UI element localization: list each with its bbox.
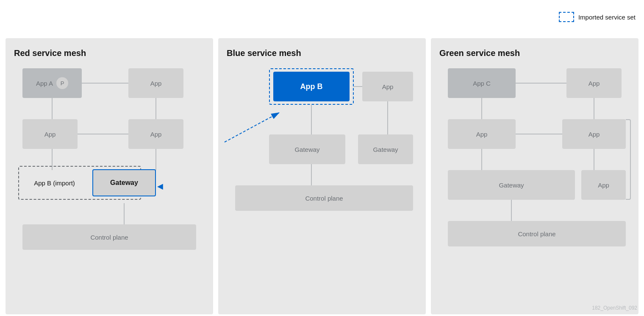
green-gateway: Gateway (448, 170, 575, 200)
red-app-top-right: App (128, 68, 183, 98)
red-app-mid-right: App (128, 119, 183, 149)
green-app-c-label: App C (473, 80, 491, 87)
legend-label: Imported service set (578, 14, 636, 21)
green-app-top-right-label: App (588, 80, 600, 87)
blue-app-b-wrapper: App B (269, 68, 354, 105)
red-connector-h1 (82, 83, 128, 84)
red-app-b-import: App B (import) (22, 169, 87, 196)
red-control-plane-label: Control plane (90, 234, 128, 241)
green-connector-v4 (594, 149, 594, 170)
red-connector-v5 (124, 203, 125, 224)
red-app-top-right-label: App (150, 80, 162, 87)
green-app-c-box: App C (448, 68, 516, 98)
red-app-b-import-label: App B (import) (34, 179, 75, 187)
red-connector-h2 (78, 134, 128, 134)
blue-app-top-right: App (362, 72, 413, 101)
red-gateway-box: Gateway (92, 169, 156, 196)
green-bracket-right (626, 119, 631, 200)
green-mesh-inner: App C App App App (439, 68, 630, 306)
blue-gateway-left-label: Gateway (294, 146, 319, 153)
green-connector-v1 (481, 98, 482, 119)
green-mesh-title: Green service mesh (439, 48, 630, 58)
red-mesh-inner: App A P App App (14, 68, 205, 306)
green-connector-h1 (516, 83, 566, 84)
blue-mesh-inner: App B App Gateway (227, 68, 417, 306)
green-app-mid-left-label: App (476, 131, 488, 138)
blue-connector-v2 (387, 101, 388, 134)
watermark: 182_OpenShift_092 (592, 305, 637, 311)
red-gateway-label: Gateway (110, 179, 138, 187)
green-connector-v2 (594, 98, 594, 119)
green-mesh-panel: Green service mesh App C App App (431, 38, 638, 314)
page: Imported service set Red service mesh Ap… (0, 0, 644, 316)
red-control-plane: Control plane (22, 224, 196, 250)
green-app-bottom-right: App (581, 170, 626, 200)
legend: Imported service set (559, 12, 636, 22)
blue-connector-v1 (311, 105, 312, 134)
green-connector-v3 (481, 149, 482, 170)
blue-app-top-right-label: App (382, 83, 394, 90)
blue-connector-v3 (311, 164, 312, 185)
green-connector-v5 (511, 200, 512, 221)
red-app-mid-right-label: App (150, 131, 162, 138)
green-app-bottom-right-label: App (598, 182, 609, 189)
green-app-mid-right: App (562, 119, 626, 149)
blue-mesh-panel: Blue service mesh App B App (218, 38, 426, 314)
red-app-a-label: App A (36, 80, 53, 87)
red-app-mid-left-label: App (44, 131, 56, 138)
green-app-mid-left: App (448, 119, 516, 149)
meshes-container: Red service mesh App A P App (0, 0, 644, 316)
blue-connector-h1 (354, 86, 362, 87)
red-app-mid-left: App (22, 119, 78, 149)
red-connector-v2 (155, 98, 156, 119)
blue-app-b-box: App B (273, 72, 350, 101)
red-connector-v4 (155, 149, 156, 170)
blue-gateway-right-label: Gateway (373, 146, 398, 153)
red-arrow-indicator: ◀ (157, 182, 163, 191)
green-connector-h2 (516, 134, 562, 134)
green-app-mid-right-label: App (588, 131, 600, 138)
blue-mesh-title: Blue service mesh (227, 48, 417, 58)
red-app-a-box: App A P (22, 68, 82, 98)
blue-gateway-left: Gateway (269, 134, 345, 164)
green-app-top-right: App (566, 68, 622, 98)
green-gateway-label: Gateway (499, 182, 524, 189)
blue-gateway-right: Gateway (358, 134, 413, 164)
blue-control-plane-label: Control plane (305, 195, 343, 202)
blue-control-plane: Control plane (235, 185, 413, 211)
green-control-plane-label: Control plane (518, 230, 555, 238)
red-proxy-badge: P (56, 77, 68, 89)
proxy-label: P (61, 80, 64, 87)
green-control-plane: Control plane (448, 221, 626, 246)
red-mesh-panel: Red service mesh App A P App (6, 38, 213, 314)
blue-app-b-label: App B (300, 82, 323, 91)
legend-imported-box (559, 12, 574, 22)
red-mesh-title: Red service mesh (14, 48, 205, 58)
red-connector-v1 (52, 98, 53, 119)
